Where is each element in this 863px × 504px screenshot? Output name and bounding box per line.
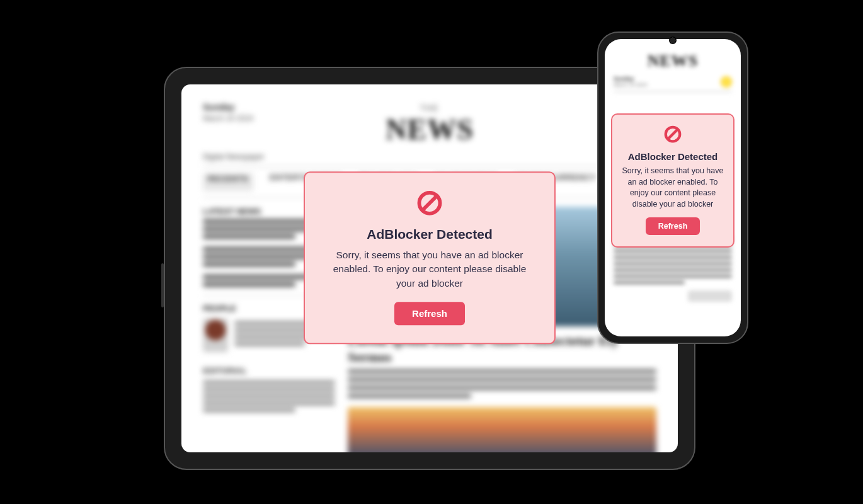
svg-line-3 <box>668 130 678 139</box>
modal-title: AdBlocker Detected <box>325 227 534 242</box>
refresh-button[interactable]: Refresh <box>394 302 465 326</box>
modal-description: Sorry, it seems that you have an ad bloc… <box>621 166 724 210</box>
adblocker-modal: AdBlocker Detected Sorry, it seems that … <box>304 171 556 344</box>
modal-title: AdBlocker Detected <box>621 151 724 162</box>
refresh-button[interactable]: Refresh <box>646 217 700 235</box>
svg-line-1 <box>423 197 436 210</box>
modal-description: Sorry, it seems that you have an ad bloc… <box>325 248 534 290</box>
adblocker-modal-phone: AdBlocker Detected Sorry, it seems that … <box>611 113 734 248</box>
prohibit-icon <box>621 125 724 146</box>
prohibit-icon <box>325 189 534 219</box>
masthead-title-phone: NEWS <box>614 52 732 71</box>
phone-device-frame: NEWS Sunday March 24 2024 <box>597 32 748 344</box>
masthead-title: NEWS <box>203 113 656 146</box>
phone-camera-dot <box>669 37 677 44</box>
phone-screen: NEWS Sunday March 24 2024 <box>605 39 741 336</box>
